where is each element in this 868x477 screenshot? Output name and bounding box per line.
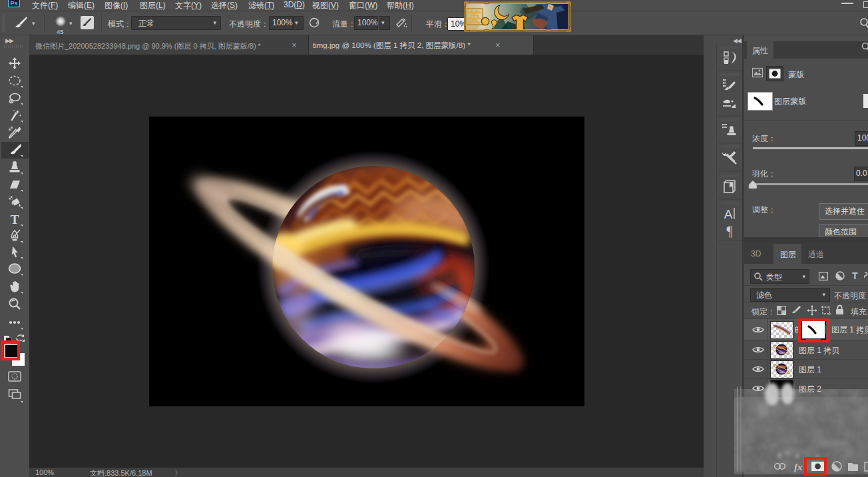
- svg-text:fx: fx: [794, 462, 803, 472]
- svg-text:Ps: Ps: [10, 0, 17, 7]
- svg-text:¶: ¶: [726, 224, 732, 238]
- svg-text:T: T: [11, 213, 19, 227]
- svg-text:A: A: [724, 207, 733, 221]
- svg-text:英: 英: [467, 9, 481, 24]
